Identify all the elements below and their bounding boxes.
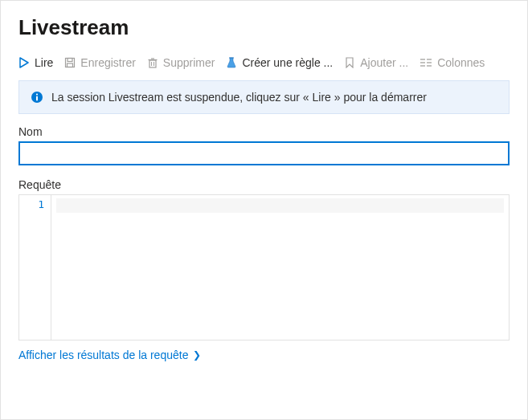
info-banner: La session Livestream est suspendue, cli… [18,80,510,114]
chevron-right-icon: ❯ [193,349,201,361]
svg-marker-0 [20,58,28,67]
show-results-label: Afficher les résultats de la requête [18,349,188,361]
add-label: Ajouter ... [360,56,408,69]
query-code-area[interactable] [51,195,509,340]
svg-rect-18 [36,96,38,101]
play-icon [18,57,30,68]
line-number: 1 [23,198,44,210]
show-results-link[interactable]: Afficher les résultats de la requête ❯ [18,349,510,361]
query-line [56,198,504,213]
page-title: Livestream [18,15,510,40]
columns-label: Colonnes [437,56,485,69]
info-icon [31,91,43,104]
svg-rect-3 [68,63,73,67]
query-editor[interactable]: 1 [18,194,510,340]
add-button[interactable]: Ajouter ... [344,56,408,69]
query-label: Requête [18,178,510,191]
delete-button[interactable]: Supprimer [147,56,215,69]
svg-rect-4 [149,60,156,67]
columns-button[interactable]: Colonnes [420,56,485,69]
save-button[interactable]: Enregistrer [64,56,135,69]
play-label: Lire [35,56,53,69]
create-rule-label: Créer une règle ... [242,56,333,69]
info-message: La session Livestream est suspendue, cli… [51,91,427,104]
save-label: Enregistrer [80,56,135,69]
toolbar: Lire Enregistrer Supprimer Créer une règ… [18,56,510,69]
svg-point-17 [36,93,38,95]
svg-rect-2 [68,59,72,62]
name-label: Nom [18,125,510,138]
flask-icon [226,57,237,68]
name-input[interactable] [18,141,510,165]
svg-rect-9 [229,58,234,59]
create-rule-button[interactable]: Créer une règle ... [226,56,333,69]
play-button[interactable]: Lire [18,56,53,69]
save-icon [64,57,76,68]
query-gutter: 1 [19,195,51,340]
trash-icon [147,57,158,68]
columns-icon [420,58,432,67]
bookmark-icon [344,57,355,68]
delete-label: Supprimer [163,56,215,69]
